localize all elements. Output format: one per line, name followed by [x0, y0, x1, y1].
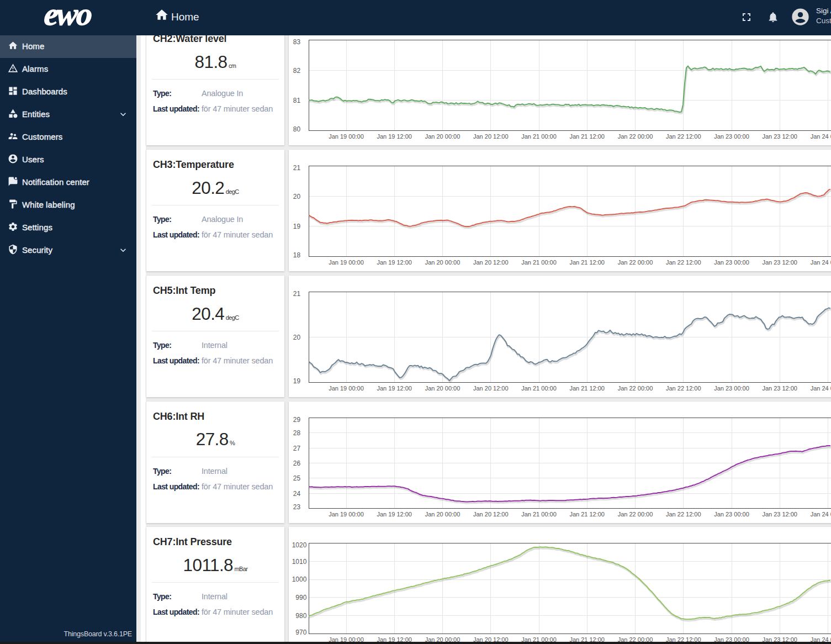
svg-text:82: 82	[293, 67, 301, 75]
svg-text:28: 28	[293, 429, 301, 437]
svg-text:25: 25	[293, 474, 301, 482]
svg-text:20: 20	[293, 334, 301, 341]
svg-text:Jan 19 12:00: Jan 19 12:00	[377, 511, 412, 518]
svg-text:Jan 23 00:00: Jan 23 00:00	[714, 133, 749, 140]
svg-text:Jan 24 00:00: Jan 24 00:00	[811, 133, 831, 140]
svg-text:Jan 19 12:00: Jan 19 12:00	[377, 259, 412, 266]
svg-text:Jan 21 12:00: Jan 21 12:00	[569, 511, 605, 518]
svg-text:Jan 19 00:00: Jan 19 00:00	[329, 133, 364, 140]
svg-text:Jan 19 12:00: Jan 19 12:00	[377, 385, 412, 392]
svg-text:24: 24	[293, 489, 301, 497]
svg-text:Jan 22 00:00: Jan 22 00:00	[618, 511, 653, 518]
svg-text:Jan 23 00:00: Jan 23 00:00	[714, 385, 749, 392]
svg-text:1010: 1010	[292, 558, 307, 566]
svg-text:Jan 21 00:00: Jan 21 00:00	[521, 385, 557, 392]
svg-text:Jan 20 00:00: Jan 20 00:00	[425, 511, 461, 518]
svg-text:Jan 21 00:00: Jan 21 00:00	[521, 259, 557, 266]
svg-text:Jan 23 12:00: Jan 23 12:00	[762, 259, 797, 266]
svg-text:Jan 22 12:00: Jan 22 12:00	[666, 133, 701, 140]
svg-text:980: 980	[295, 612, 306, 620]
svg-text:Jan 19 00:00: Jan 19 00:00	[329, 385, 364, 392]
svg-text:20: 20	[293, 193, 301, 200]
svg-text:1020: 1020	[292, 541, 307, 549]
svg-text:21: 21	[293, 290, 301, 298]
svg-text:19: 19	[293, 223, 301, 230]
svg-text:Jan 23 00:00: Jan 23 00:00	[714, 511, 749, 518]
svg-text:Jan 21 12:00: Jan 21 12:00	[569, 259, 605, 266]
svg-text:1000: 1000	[292, 576, 307, 583]
svg-text:ewo: ewo	[43, 0, 93, 32]
svg-text:Jan 23 12:00: Jan 23 12:00	[762, 133, 797, 140]
svg-text:Jan 19 00:00: Jan 19 00:00	[329, 259, 364, 266]
svg-text:23: 23	[293, 503, 301, 511]
svg-text:Jan 22 00:00: Jan 22 00:00	[618, 133, 653, 140]
svg-text:Jan 21 00:00: Jan 21 00:00	[521, 133, 557, 140]
svg-text:Jan 22 12:00: Jan 22 12:00	[666, 511, 701, 518]
svg-text:Jan 22 12:00: Jan 22 12:00	[666, 259, 701, 266]
svg-text:26: 26	[293, 459, 301, 467]
svg-text:Jan 21 12:00: Jan 21 12:00	[569, 133, 605, 140]
svg-text:Jan 19 12:00: Jan 19 12:00	[377, 133, 412, 140]
svg-text:Jan 21 00:00: Jan 21 00:00	[521, 511, 557, 518]
svg-text:Jan 20 00:00: Jan 20 00:00	[425, 385, 461, 392]
svg-text:21: 21	[293, 164, 301, 172]
svg-text:Jan 20 12:00: Jan 20 12:00	[473, 385, 509, 392]
svg-text:19: 19	[293, 377, 301, 385]
svg-text:Jan 20 12:00: Jan 20 12:00	[473, 259, 509, 266]
svg-text:Jan 24 00:00: Jan 24 00:00	[811, 511, 831, 518]
svg-text:990: 990	[295, 594, 306, 601]
svg-text:Jan 21 12:00: Jan 21 12:00	[569, 385, 605, 392]
svg-text:Jan 23 00:00: Jan 23 00:00	[714, 259, 749, 266]
svg-text:81: 81	[293, 97, 301, 104]
svg-text:Jan 24 00:00: Jan 24 00:00	[811, 259, 831, 266]
svg-text:Jan 20 00:00: Jan 20 00:00	[425, 259, 461, 266]
svg-text:Jan 20 00:00: Jan 20 00:00	[425, 133, 461, 140]
svg-text:18: 18	[293, 251, 301, 259]
svg-text:Jan 22 00:00: Jan 22 00:00	[618, 385, 653, 392]
svg-text:Jan 23 12:00: Jan 23 12:00	[762, 385, 797, 392]
svg-text:80: 80	[293, 125, 301, 133]
svg-text:83: 83	[293, 38, 301, 46]
svg-text:970: 970	[295, 629, 306, 636]
svg-text:Jan 22 12:00: Jan 22 12:00	[666, 385, 701, 392]
svg-text:Jan 22 00:00: Jan 22 00:00	[618, 259, 653, 266]
svg-text:29: 29	[293, 415, 301, 423]
svg-text:Jan 23 12:00: Jan 23 12:00	[762, 511, 797, 518]
svg-text:Jan 19 00:00: Jan 19 00:00	[329, 511, 364, 518]
svg-text:27: 27	[293, 444, 301, 452]
svg-text:Jan 24 00:00: Jan 24 00:00	[811, 385, 831, 392]
svg-text:Jan 20 12:00: Jan 20 12:00	[473, 133, 509, 140]
svg-text:Jan 20 12:00: Jan 20 12:00	[473, 511, 509, 518]
